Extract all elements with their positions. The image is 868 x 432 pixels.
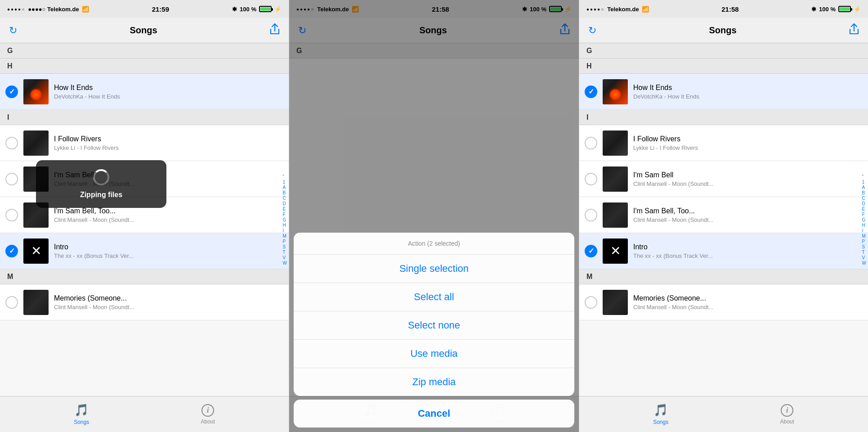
share-button-right[interactable]: [847, 22, 861, 40]
section-header-m-left: M: [0, 269, 289, 284]
action-sheet-container: Action (2 selected) Single selection Sel…: [289, 233, 579, 432]
action-sheet-cancel[interactable]: Cancel: [294, 400, 574, 428]
signal-dots: ●●●●○: [7, 7, 25, 12]
status-right-right: ✱ 100 % ⚡: [811, 6, 861, 13]
song-subtitle-rivers-left: Lykke Li - I Follow Rivers: [54, 144, 283, 151]
song-info-intro-left: Intro The xx - xx (Bonus Track Ver...: [54, 243, 283, 259]
song-subtitle-intro-left: The xx - xx (Bonus Track Ver...: [54, 252, 283, 259]
radio-sam-bell-too-left[interactable]: [5, 209, 18, 221]
song-row-sam-bell-too-right[interactable]: I'm Sam Bell, Too... Clint Mansell - Moo…: [579, 197, 868, 233]
album-art-rivers-right: [603, 130, 628, 156]
action-sheet-select-none[interactable]: Select none: [294, 311, 574, 340]
radio-sam-bell-too-right[interactable]: [585, 209, 597, 221]
action-sheet-use-media[interactable]: Use media: [294, 340, 574, 368]
radio-memories-right[interactable]: [585, 296, 597, 309]
radio-how-it-ends-right[interactable]: [585, 86, 597, 98]
action-sheet-zip-media[interactable]: Zip media: [294, 368, 574, 396]
song-row-how-it-ends-right[interactable]: How It Ends DeVotchKa - How It Ends: [579, 74, 868, 110]
song-subtitle-sam-bell-right: Clint Mansell - Moon (Soundt...: [633, 180, 863, 187]
refresh-button-left[interactable]: ↻: [7, 23, 19, 38]
battery-pct-right: 100 %: [819, 6, 836, 13]
album-art-rivers-left: [23, 130, 49, 156]
song-row-rivers-right[interactable]: I Follow Rivers Lykke Li - I Follow Rive…: [579, 125, 868, 161]
radio-i-follow-rivers-left[interactable]: [5, 137, 18, 149]
music-icon-right: 🎵: [653, 403, 668, 417]
status-right-left: ✱ 100 % ⚡: [232, 6, 282, 13]
spinner-left: [93, 169, 109, 185]
song-info-rivers-left: I Follow Rivers Lykke Li - I Follow Rive…: [54, 135, 283, 151]
radio-intro-right[interactable]: [585, 245, 597, 257]
song-title-intro-right: Intro: [633, 243, 863, 251]
nav-bar-left: ↻ Songs: [0, 18, 289, 43]
wifi-icon-right: 📶: [642, 6, 649, 13]
action-sheet-select-all[interactable]: Select all: [294, 283, 574, 311]
song-subtitle-rivers-right: Lykke Li - I Follow Rivers: [633, 144, 863, 151]
song-subtitle-sam-bell-too-right: Clint Mansell - Moon (Soundt...: [633, 216, 863, 223]
song-row-intro-left[interactable]: ✕ Intro The xx - xx (Bonus Track Ver...: [0, 233, 289, 269]
song-title-sam-bell-right: I'm Sam Bell: [633, 171, 863, 179]
tab-bar-left: 🎵 Songs i About: [0, 396, 289, 432]
bluetooth-icon-right: ✱: [811, 6, 816, 13]
song-row-i-follow-rivers-left[interactable]: I Follow Rivers Lykke Li - I Follow Rive…: [0, 125, 289, 161]
song-subtitle-sam-bell-too-left: Clint Mansell - Moon (Soundt...: [54, 216, 283, 223]
section-header-g-right: G: [579, 43, 868, 58]
refresh-button-right[interactable]: ↻: [586, 23, 598, 38]
tab-songs-left[interactable]: 🎵 Songs: [74, 403, 89, 425]
album-art-xx-right: ✕: [603, 238, 628, 264]
song-info-sam-bell-too-right: I'm Sam Bell, Too... Clint Mansell - Moo…: [633, 207, 863, 223]
song-list-right: G H How It Ends DeVotchKa - How It Ends …: [579, 43, 868, 396]
tab-about-left[interactable]: i About: [201, 404, 215, 425]
album-art-how-it-ends-left: [23, 79, 49, 104]
tab-bar-right: 🎵 Songs i About: [579, 396, 868, 432]
song-info-memories-left: Memories (Someone... Clint Mansell - Moo…: [54, 294, 283, 310]
section-header-i-left: I: [0, 110, 289, 125]
center-panel: ●●●●○ Telekom.de 📶 21:58 ✱ 100 % ⚡ ↻ Son…: [289, 0, 579, 432]
album-art-moon1-right: [603, 166, 628, 192]
song-list-left: G H How It Ends DeVotchKa - How It Ends …: [0, 43, 289, 396]
section-header-g-left: G: [0, 43, 289, 58]
section-header-h-left: H: [0, 58, 289, 74]
radio-sam-bell-left[interactable]: [5, 173, 18, 185]
album-art-xx-left: ✕: [23, 238, 49, 264]
song-subtitle-memories-left: Clint Mansell - Moon (Soundt...: [54, 304, 283, 310]
tab-about-right[interactable]: i About: [780, 404, 794, 425]
radio-rivers-right[interactable]: [585, 137, 597, 149]
share-button-left[interactable]: [268, 22, 282, 40]
song-info-how-it-ends-right: How It Ends DeVotchKa - How It Ends: [633, 84, 863, 100]
song-row-memories-right[interactable]: Memories (Someone... Clint Mansell - Moo…: [579, 284, 868, 320]
lightning-right: ⚡: [854, 6, 861, 13]
song-title-intro-left: Intro: [54, 243, 283, 251]
battery-icon-right: [838, 6, 851, 12]
song-title-how-it-ends-left: How It Ends: [54, 84, 283, 92]
tab-songs-right[interactable]: 🎵 Songs: [653, 403, 668, 425]
radio-intro-left[interactable]: [5, 245, 18, 257]
action-sheet-title: Action (2 selected): [294, 233, 574, 255]
song-subtitle-intro-right: The xx - xx (Bonus Track Ver...: [633, 252, 863, 259]
song-title-sam-bell-too-left: I'm Sam Bell, Too...: [54, 207, 283, 215]
radio-how-it-ends-left[interactable]: [5, 86, 18, 98]
radio-sam-bell-right[interactable]: [585, 173, 597, 185]
bluetooth-icon-left: ✱: [232, 6, 237, 13]
song-title-rivers-right: I Follow Rivers: [633, 135, 863, 143]
song-row-how-it-ends-left[interactable]: How It Ends DeVotchKa - How It Ends: [0, 74, 289, 110]
signal-dots-right: ●●●●○: [586, 7, 604, 12]
song-subtitle-how-it-ends-left: DeVotchKa - How It Ends: [54, 93, 283, 100]
battery-icon-left: [259, 6, 272, 12]
lightning-left: ⚡: [274, 6, 282, 13]
song-row-intro-right[interactable]: ✕ Intro The xx - xx (Bonus Track Ver...: [579, 233, 868, 269]
status-bar-left: ●●●●○ ●●●●○ Telekom.de 📶 21:59 ✱ 100 % ⚡: [0, 0, 289, 18]
action-sheet-main: Action (2 selected) Single selection Sel…: [294, 233, 574, 396]
album-art-moon2-right: [603, 202, 628, 228]
song-row-sam-bell-right[interactable]: I'm Sam Bell Clint Mansell - Moon (Sound…: [579, 161, 868, 197]
nav-title-right: Songs: [709, 25, 736, 36]
action-sheet-single-selection[interactable]: Single selection: [294, 255, 574, 283]
section-header-h-right: H: [579, 58, 868, 74]
song-title-rivers-left: I Follow Rivers: [54, 135, 283, 143]
radio-memories-left[interactable]: [5, 296, 18, 309]
tab-songs-label-left: Songs: [74, 419, 89, 425]
song-info-rivers-right: I Follow Rivers Lykke Li - I Follow Rive…: [633, 135, 863, 151]
song-row-memories-left[interactable]: Memories (Someone... Clint Mansell - Moo…: [0, 284, 289, 320]
battery-pct-left: 100 %: [240, 6, 256, 13]
left-panel: ●●●●○ ●●●●○ Telekom.de 📶 21:59 ✱ 100 % ⚡…: [0, 0, 289, 432]
album-art-moon3-left: [23, 290, 49, 315]
